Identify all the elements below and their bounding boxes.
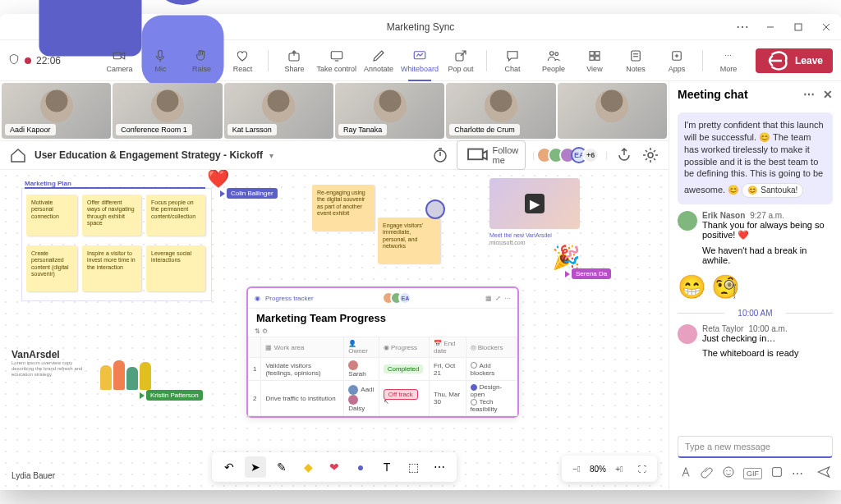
time-divider: 10:00 AM: [678, 309, 833, 318]
remote-cursor: Kristin Patterson: [140, 390, 203, 401]
maximize-button[interactable]: [788, 17, 808, 37]
attach-icon[interactable]: [701, 465, 714, 481]
play-icon: ▶: [525, 194, 545, 213]
pen-tool[interactable]: ✎: [271, 456, 292, 478]
svg-point-13: [549, 51, 554, 55]
settings-icon[interactable]: [641, 145, 660, 165]
svg-rect-19: [632, 51, 641, 61]
camera-button[interactable]: Camera: [100, 43, 138, 79]
app-window: Marketing Sync ⋯ 22:06 Camera Mic Raise …: [0, 14, 841, 490]
thumb-caption: Meet the new VanArsdel: [489, 232, 552, 238]
chat-message: Reta Taylor10:00 a.m. Just checking in… …: [678, 324, 833, 358]
svg-point-14: [555, 52, 558, 55]
progress-tracker[interactable]: ◉ Progress tracker EA ▦ ⤢ ⋯ M: [246, 286, 519, 418]
minimize-button[interactable]: [761, 17, 780, 37]
chat-button[interactable]: Chat: [494, 43, 531, 79]
meeting-toolbar: 22:06 Camera Mic Raise React Share Take …: [0, 40, 841, 81]
view-button[interactable]: View: [576, 43, 614, 79]
zoom-level: 80%: [590, 465, 606, 474]
gif-icon[interactable]: GIF: [743, 468, 762, 479]
video-tile[interactable]: [558, 83, 667, 139]
whiteboard-button[interactable]: Whiteboard: [401, 43, 439, 79]
more-tools[interactable]: ⋯: [429, 456, 450, 478]
undo-tool[interactable]: ↶: [218, 456, 240, 478]
video-tile[interactable]: Ray Tanaka: [335, 83, 444, 139]
expand-icon[interactable]: ⤢: [495, 295, 501, 302]
format-icon[interactable]: [679, 465, 692, 481]
video-row: Aadi Kapoor Conference Room 1 Kat Larsso…: [0, 81, 669, 140]
chat-message: I'm pretty confident that this launch wi…: [678, 112, 833, 204]
sticky-note[interactable]: Re-engaging using the digital souvenir a…: [312, 185, 375, 231]
follow-me-button[interactable]: Follow me: [457, 140, 526, 170]
sticky-tool[interactable]: ◆: [297, 456, 319, 478]
zoom-out-button[interactable]: −⃝: [567, 459, 586, 479]
sticky-note[interactable]: Create personalized content (digital sou…: [26, 245, 77, 291]
sticky-note[interactable]: Engage visitors' immediate, personal, an…: [378, 218, 440, 263]
popout-button[interactable]: Pop out: [442, 43, 480, 79]
timer-icon[interactable]: [430, 145, 450, 165]
sticky-note[interactable]: Focus people on the permanent content/co…: [146, 195, 205, 236]
sticky-note[interactable]: Offer different ways of navigating throu…: [82, 195, 141, 236]
table-row[interactable]: 1 Validate visitors (feelings, opinions)…: [249, 358, 517, 381]
remote-cursor: Serena Da: [565, 268, 611, 279]
confetti-reaction-icon: 🎉: [552, 244, 581, 271]
more-button[interactable]: ⋯More: [710, 43, 747, 79]
video-tile[interactable]: Kat Larsson: [224, 83, 333, 139]
svg-rect-7: [114, 53, 122, 59]
svg-point-1: [152, 0, 214, 5]
table-row[interactable]: 2 Drive traffic to institution AadiDaisy…: [249, 381, 517, 416]
leave-button[interactable]: Leave: [756, 48, 833, 73]
share-button[interactable]: Share: [275, 43, 313, 79]
svg-point-30: [729, 470, 730, 471]
more-icon[interactable]: ⋯: [792, 467, 803, 480]
remote-cursor: Colin Ballinger: [220, 188, 278, 199]
pointer-tool[interactable]: ➤: [245, 456, 266, 478]
sticker-icon[interactable]: [770, 465, 784, 481]
message-reaction[interactable]: 😊 Santouka!: [742, 183, 803, 198]
chevron-down-icon[interactable]: ▾: [269, 151, 273, 160]
sticky-note[interactable]: Leverage social interactions: [146, 245, 205, 291]
notes-button[interactable]: Notes: [617, 43, 655, 79]
grid-icon[interactable]: ▦: [485, 295, 492, 302]
chat-more-icon[interactable]: ⋯: [803, 88, 815, 101]
zoom-in-button[interactable]: +⃝: [609, 459, 629, 479]
close-button[interactable]: [816, 17, 836, 37]
emoji-icon[interactable]: [722, 465, 735, 481]
chat-close-icon[interactable]: ✕: [823, 88, 833, 101]
more-icon[interactable]: ⋯: [504, 295, 511, 302]
svg-point-28: [724, 467, 733, 477]
whiteboard-canvas[interactable]: Marketing Plan Motivate personal connect…: [0, 170, 669, 490]
follower-avatar: [425, 199, 445, 219]
sticky-note[interactable]: Motivate personal connection: [26, 195, 77, 236]
video-tile[interactable]: Aadi Kapoor: [2, 83, 111, 139]
people-button[interactable]: People: [535, 43, 572, 79]
connector-tool[interactable]: ⬚: [402, 456, 424, 478]
svg-point-29: [726, 470, 727, 471]
apps-button[interactable]: Apps: [658, 43, 696, 79]
share-icon[interactable]: [614, 145, 634, 165]
sticky-note[interactable]: Inspire a visitor to invest more time in…: [82, 245, 141, 291]
raise-button[interactable]: Raise: [182, 43, 220, 79]
participant-avatars[interactable]: EA +6: [541, 147, 599, 163]
video-tile[interactable]: Charlotte de Crum: [446, 83, 555, 139]
compose-input[interactable]: Type a new message: [678, 436, 833, 458]
svg-rect-16: [595, 51, 600, 55]
reaction-tool[interactable]: ❤: [324, 456, 345, 478]
titlebar: Marketing Sync ⋯: [0, 14, 841, 40]
text-tool[interactable]: T: [376, 456, 398, 478]
svg-point-27: [648, 153, 653, 158]
video-tile[interactable]: Conference Room 1: [113, 83, 222, 139]
svg-rect-18: [595, 56, 600, 60]
mic-button[interactable]: Mic: [141, 43, 179, 79]
send-button[interactable]: [816, 465, 831, 482]
fit-button[interactable]: ⛶: [632, 459, 652, 479]
annotate-button[interactable]: Annotate: [360, 43, 398, 79]
more-icon[interactable]: ⋯: [733, 17, 752, 37]
take-control-button[interactable]: Take control: [316, 43, 356, 79]
svg-rect-15: [590, 51, 594, 55]
heart-reaction-icon: ❤️: [207, 170, 229, 190]
svg-rect-26: [468, 149, 483, 159]
react-button[interactable]: React: [223, 43, 261, 79]
shape-tool[interactable]: ●: [350, 456, 371, 478]
video-thumbnail[interactable]: ▶: [489, 178, 580, 229]
